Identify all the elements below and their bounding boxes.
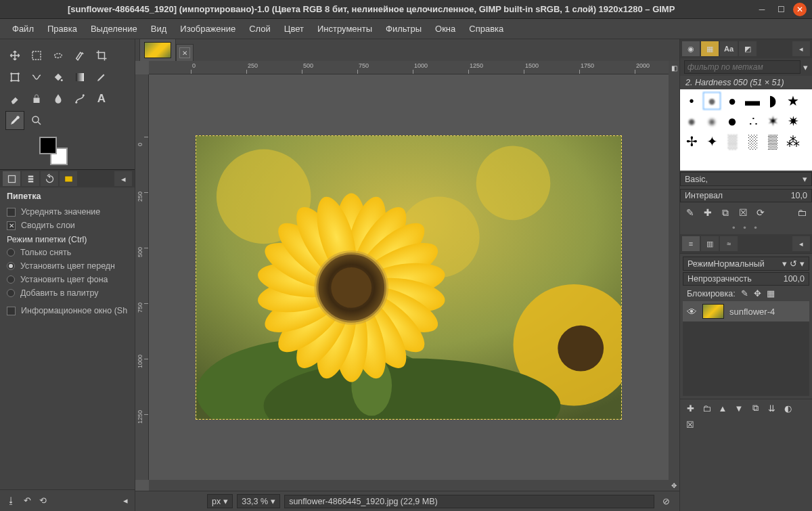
fg-color[interactable] xyxy=(39,137,57,154)
vertical-scrollbar[interactable] xyxy=(669,74,679,480)
tool-transform[interactable] xyxy=(5,68,24,87)
tool-warp[interactable] xyxy=(27,68,46,87)
tool-smudge[interactable] xyxy=(49,89,68,108)
delete-layer-icon[interactable]: ☒ xyxy=(684,418,696,430)
brush-item[interactable]: ✦ xyxy=(703,133,721,150)
chevron-down-icon[interactable]: ▾ xyxy=(803,62,808,72)
cancel-icon[interactable]: ⊘ xyxy=(658,496,674,506)
tab-config-icon[interactable]: ◂ xyxy=(114,171,132,186)
tab-config-icon[interactable]: ◂ xyxy=(792,41,810,56)
brush-item[interactable]: ░ xyxy=(744,133,761,150)
menu-filters[interactable]: Фильтры xyxy=(380,22,427,36)
option-info-window[interactable]: Информационное окно (Sh xyxy=(7,304,128,317)
brush-item[interactable]: ░ xyxy=(723,133,741,150)
quickmask-icon[interactable]: ◧ xyxy=(669,61,679,74)
tab-patterns[interactable]: ▦ xyxy=(701,41,719,56)
layer-row[interactable]: 👁 sunflower-4 xyxy=(683,301,809,321)
brush-item[interactable]: ▬ xyxy=(744,92,761,110)
layer-mode[interactable]: РежимНормальный ▾↺▾ xyxy=(683,257,809,271)
lock-alpha-icon[interactable]: ▦ xyxy=(767,288,775,298)
tool-text[interactable]: A xyxy=(92,89,111,108)
delete-preset-icon[interactable]: ⟲ xyxy=(39,495,47,506)
lock-pixels-icon[interactable]: ✎ xyxy=(741,288,748,298)
new-group-icon[interactable]: 🗀 xyxy=(700,402,713,414)
new-brush-icon[interactable]: ✚ xyxy=(702,206,714,219)
tool-crop[interactable] xyxy=(92,46,111,65)
brush-item[interactable]: • xyxy=(683,92,700,110)
tool-path[interactable] xyxy=(70,89,89,108)
lock-position-icon[interactable]: ✥ xyxy=(754,288,761,298)
menu-tools[interactable]: Инструменты xyxy=(312,22,378,36)
radio-add-palette[interactable]: Добавить в палитру xyxy=(7,286,128,300)
tab-history[interactable]: ◩ xyxy=(739,41,757,56)
layer-opacity[interactable]: Непрозрачность100,0 xyxy=(683,272,809,286)
del-brush-icon[interactable]: ☒ xyxy=(737,206,749,219)
menu-layer[interactable]: Слой xyxy=(244,22,276,36)
tab-undo-history[interactable] xyxy=(41,171,58,186)
lower-layer-icon[interactable]: ▼ xyxy=(733,402,745,414)
open-brush-icon[interactable]: 🗀 xyxy=(796,206,808,219)
refresh-brush-icon[interactable]: ⟳ xyxy=(754,206,767,219)
radio-set-fg[interactable]: Установить цвет передн xyxy=(7,259,128,273)
menu-color[interactable]: Цвет xyxy=(279,22,309,36)
menu-select[interactable]: Выделение xyxy=(85,22,143,36)
visibility-icon[interactable]: 👁 xyxy=(687,306,697,317)
zoom-select[interactable]: 33,3 %▾ xyxy=(237,494,280,508)
new-layer-icon[interactable]: ✚ xyxy=(684,402,696,414)
tab-paths[interactable]: ≈ xyxy=(720,236,738,251)
radio-set-bg[interactable]: Установить цвет фона xyxy=(7,273,128,286)
raise-layer-icon[interactable]: ▲ xyxy=(717,402,729,414)
restore-preset-icon[interactable]: ↶ xyxy=(24,495,31,506)
brush-preset-combo[interactable]: Basic,▾ xyxy=(680,172,812,186)
brush-filter-input[interactable] xyxy=(684,60,800,74)
tool-fuzzy-select[interactable] xyxy=(70,46,89,65)
horizontal-ruler[interactable]: 025050075010001250150017502000 xyxy=(149,61,669,74)
tool-eraser[interactable] xyxy=(5,89,24,108)
image-canvas[interactable] xyxy=(196,135,622,420)
menu-view[interactable]: Вид xyxy=(145,22,173,36)
brush-item[interactable]: ● xyxy=(723,112,741,130)
navigation-icon[interactable]: ✥ xyxy=(669,480,679,491)
dup-brush-icon[interactable]: ⧉ xyxy=(719,206,731,219)
vertical-ruler[interactable]: 025050075010001250 xyxy=(135,74,149,480)
brush-item[interactable]: ✷ xyxy=(784,112,802,130)
tab-tool-options[interactable] xyxy=(3,171,20,186)
tool-color-picker[interactable] xyxy=(5,111,24,130)
tab-brushes[interactable]: ◉ xyxy=(682,41,700,56)
merge-layer-icon[interactable]: ⇊ xyxy=(765,402,777,414)
maximize-button[interactable]: ☐ xyxy=(774,3,788,16)
brush-item[interactable]: ⁂ xyxy=(784,133,802,150)
document-tab-close[interactable]: ✕ xyxy=(176,44,194,61)
tool-move[interactable] xyxy=(5,46,24,65)
layer-name[interactable]: sunflower-4 xyxy=(729,307,775,317)
tab-fonts[interactable]: Aa xyxy=(720,41,738,56)
tab-images[interactable] xyxy=(60,171,77,186)
menu-help[interactable]: Справка xyxy=(464,22,509,36)
mask-layer-icon[interactable]: ◐ xyxy=(782,402,794,414)
option-merge-layers[interactable]: Сводить слои xyxy=(7,219,128,232)
brush-item[interactable]: ● xyxy=(683,112,700,130)
reset-icon[interactable]: ↺ xyxy=(790,259,797,269)
radio-pick-only[interactable]: Только снять xyxy=(7,246,128,259)
menu-file[interactable]: Файл xyxy=(7,22,39,36)
tool-bucket[interactable] xyxy=(49,68,68,87)
tab-channels[interactable]: ▥ xyxy=(701,236,719,251)
tab-layers[interactable]: ≡ xyxy=(682,236,700,251)
brush-item[interactable]: ∴ xyxy=(744,112,761,130)
document-tab[interactable] xyxy=(139,39,176,61)
brush-item[interactable]: ◗ xyxy=(764,92,782,110)
brush-item[interactable]: ▒ xyxy=(764,133,782,150)
tool-gradient[interactable] xyxy=(70,68,89,87)
color-swatches[interactable] xyxy=(39,137,68,165)
close-button[interactable]: ✕ xyxy=(793,3,807,16)
tool-clone[interactable] xyxy=(27,89,46,108)
menu-edit[interactable]: Правка xyxy=(42,22,83,36)
tab-config-icon[interactable]: ◂ xyxy=(792,236,810,251)
tab-device-status[interactable] xyxy=(22,171,39,186)
edit-brush-icon[interactable]: ✎ xyxy=(684,206,696,219)
brush-item[interactable]: ✢ xyxy=(683,133,700,150)
menu-windows[interactable]: Окна xyxy=(430,22,461,36)
tool-zoom[interactable] xyxy=(27,111,46,130)
dock-handle[interactable]: • • • xyxy=(680,221,812,234)
brush-item[interactable]: ★ xyxy=(784,92,802,110)
